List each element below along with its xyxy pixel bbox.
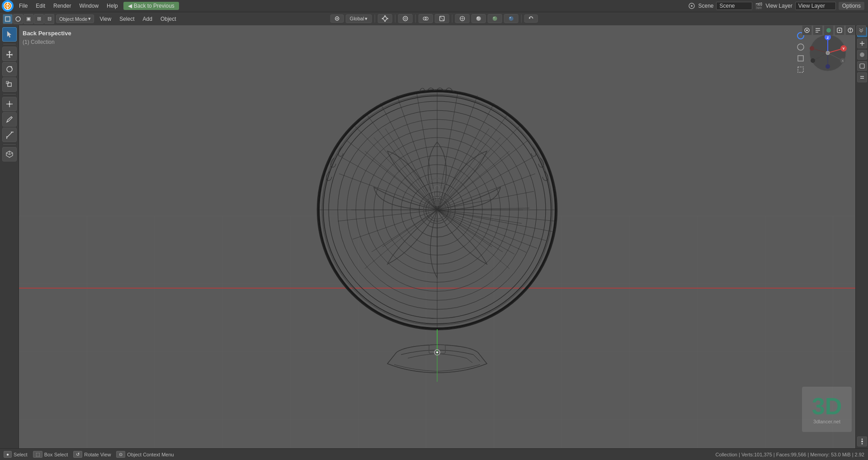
object-mode-label: Object Mode xyxy=(59,16,87,22)
menu-select[interactable]: Select xyxy=(116,15,138,23)
svg-line-74 xyxy=(437,103,494,210)
rt-btn-2[interactable] xyxy=(813,25,823,35)
annotate-icon xyxy=(5,115,14,123)
watermark-site: 3dlancer.net xyxy=(813,419,840,424)
viewport[interactable]: Back Perspective (1) Collection xyxy=(19,25,855,448)
proportional-edit-btn[interactable] xyxy=(398,14,412,23)
header-icon-1[interactable] xyxy=(3,14,13,24)
svg-point-8 xyxy=(336,18,338,19)
solid-icon xyxy=(475,15,481,22)
svg-point-12 xyxy=(382,18,383,19)
render-region-btn[interactable] xyxy=(796,65,806,75)
svg-line-79 xyxy=(437,174,535,210)
svg-point-6 xyxy=(16,17,20,21)
xray-btn[interactable] xyxy=(434,14,449,23)
watermark-3d: 3D xyxy=(812,394,842,418)
scene-input[interactable] xyxy=(716,2,752,10)
menu-render[interactable]: Render xyxy=(50,2,75,10)
ortho-btn[interactable] xyxy=(796,42,806,52)
rp-btn-4[interactable] xyxy=(857,61,867,71)
rp-btn-3[interactable] xyxy=(857,50,867,60)
menu-help[interactable]: Help xyxy=(103,2,122,10)
rp-icon-2 xyxy=(859,40,865,47)
rp-btn-6[interactable] xyxy=(857,436,867,446)
transform-pivot-btn[interactable] xyxy=(330,14,344,23)
rt-btn-4[interactable] xyxy=(835,25,844,35)
wireframe-svg xyxy=(306,83,568,391)
svg-point-32 xyxy=(826,28,831,33)
separator-2 xyxy=(395,14,395,23)
gizmo-svg: Z X Y xyxy=(807,33,848,73)
back-to-previous-button[interactable]: ◀ Back to Previous xyxy=(123,2,179,10)
rt-btn-5[interactable] xyxy=(845,25,855,35)
menu-object[interactable]: Object xyxy=(157,15,180,23)
snap-btn[interactable] xyxy=(377,14,392,23)
rt-btn-1[interactable] xyxy=(802,25,812,35)
rp-btn-2[interactable] xyxy=(857,38,867,48)
svg-line-80 xyxy=(437,191,534,210)
svg-rect-39 xyxy=(8,83,11,86)
tool-select[interactable] xyxy=(2,27,17,42)
tool-measure[interactable] xyxy=(2,128,17,142)
object-mode-button[interactable]: Object Mode ▾ xyxy=(56,14,94,23)
svg-point-133 xyxy=(826,64,830,69)
header-icon-4[interactable]: ⊞ xyxy=(34,14,44,24)
svg-line-96 xyxy=(366,113,437,210)
svg-line-75 xyxy=(437,113,509,210)
shading-solid[interactable] xyxy=(471,14,486,23)
rt-btn-6[interactable] xyxy=(856,25,866,35)
undo-btn[interactable] xyxy=(524,14,538,23)
transform-space-btn[interactable]: Global ▾ xyxy=(346,14,372,23)
tool-scale[interactable] xyxy=(2,77,17,92)
header-icon-3[interactable]: ▣ xyxy=(24,14,33,24)
header-icon-2[interactable] xyxy=(13,14,23,24)
menu-edit[interactable]: Edit xyxy=(32,2,49,10)
menu-window[interactable]: Window xyxy=(75,2,102,10)
svg-line-91 xyxy=(437,210,492,247)
box-select-label: Box Select xyxy=(44,452,68,457)
scene-icon xyxy=(688,2,695,9)
shading-material[interactable] xyxy=(487,14,502,23)
menu-view[interactable]: View xyxy=(96,15,115,23)
options-button[interactable]: Options xyxy=(839,2,864,10)
left-toolbar xyxy=(0,25,19,448)
overlay-btn[interactable] xyxy=(418,14,433,23)
menu-file[interactable]: File xyxy=(15,2,31,10)
undo-icon xyxy=(528,16,533,21)
rt-row-1 xyxy=(802,25,866,35)
separator-4 xyxy=(452,14,452,23)
svg-point-52 xyxy=(861,441,863,442)
svg-line-48 xyxy=(9,153,13,155)
tool-move[interactable] xyxy=(2,47,17,61)
svg-text:Z: Z xyxy=(827,36,829,40)
view-layer-input[interactable] xyxy=(795,2,836,10)
status-box-select: ⬚ Box Select xyxy=(33,451,68,458)
shading-render[interactable] xyxy=(504,14,518,23)
svg-point-31 xyxy=(806,29,808,31)
svg-rect-137 xyxy=(798,56,803,61)
tool-annotate[interactable] xyxy=(2,112,17,127)
local-btn[interactable] xyxy=(796,53,806,63)
menu-add[interactable]: Add xyxy=(139,15,156,23)
tool-rotate[interactable] xyxy=(2,62,17,76)
shading-wireframe[interactable] xyxy=(455,14,469,23)
header-icon-5[interactable]: ⊟ xyxy=(44,14,54,24)
svg-point-126 xyxy=(811,58,815,63)
svg-point-35 xyxy=(850,29,851,30)
rt-btn-3[interactable] xyxy=(824,25,834,35)
viewport-menu: View Select Add Object xyxy=(96,15,179,23)
navigation-gizmo[interactable]: Z X Y xyxy=(807,33,848,73)
rp-icon-4 xyxy=(859,63,865,69)
separator-3 xyxy=(415,14,415,23)
svg-point-27 xyxy=(509,16,513,21)
tool-transform[interactable] xyxy=(2,97,17,111)
svg-point-115 xyxy=(436,351,438,353)
svg-point-4 xyxy=(691,5,693,7)
rp-btn-5[interactable] xyxy=(857,72,867,82)
material-icon xyxy=(491,15,498,22)
tool-add-cube[interactable] xyxy=(2,147,17,161)
view-layer-label: View Layer xyxy=(765,3,792,9)
svg-point-15 xyxy=(404,18,406,19)
status-context-menu: ⊙ Object Context Menu xyxy=(116,451,174,458)
svg-point-136 xyxy=(797,44,804,50)
